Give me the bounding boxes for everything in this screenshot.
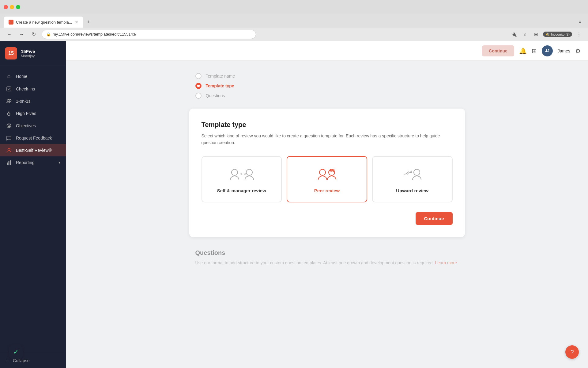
collapse-icon: ← bbox=[6, 358, 10, 363]
more-tabs-button[interactable]: ≡ bbox=[576, 17, 584, 26]
stepper: Template name Template type Questions bbox=[189, 73, 465, 99]
sidebar-item-objectives[interactable]: Objectives bbox=[0, 120, 66, 132]
sidebar-item-label: Request Feedback bbox=[16, 136, 52, 140]
help-button[interactable]: ? bbox=[565, 345, 579, 359]
notification-bell-icon[interactable]: 🔔 bbox=[519, 47, 527, 55]
lock-icon: 🔒 bbox=[46, 32, 51, 36]
best-self-review-icon bbox=[6, 148, 12, 153]
step-questions: Questions bbox=[195, 93, 465, 99]
incognito-badge: 🕵️ Incognito (2) bbox=[543, 32, 572, 37]
questions-section-description: Use our format to add structure to your … bbox=[195, 259, 465, 266]
sidebar-item-label: Home bbox=[16, 74, 27, 79]
card-footer: Continue bbox=[202, 212, 453, 225]
svg-rect-10 bbox=[10, 160, 11, 165]
sidebar-navigation: ⌂ Home Check-ins 1-on-1s High Fives bbox=[0, 66, 66, 353]
upward-review-icon bbox=[398, 165, 426, 184]
tab-favicon: 5 bbox=[9, 20, 13, 25]
tab-grid-button[interactable]: ⊞ bbox=[532, 30, 541, 39]
sidebar-item-best-self-review[interactable]: Best-Self Review® bbox=[0, 144, 66, 156]
collapse-label: Collapse bbox=[13, 358, 29, 363]
address-bar[interactable]: 🔒 my.15five.com/reviews/templates/edit/1… bbox=[42, 30, 256, 39]
maximize-window-button[interactable] bbox=[16, 5, 20, 9]
sidebar-item-label: Check-ins bbox=[16, 86, 35, 91]
grid-icon[interactable]: ⊞ bbox=[532, 47, 537, 55]
sidebar-item-label: 1-on-1s bbox=[16, 99, 30, 104]
review-option-peer[interactable]: Peer review bbox=[287, 156, 367, 202]
back-button[interactable]: ← bbox=[5, 30, 13, 39]
questions-section-title: Questions bbox=[195, 249, 465, 256]
continue-button-header[interactable]: Continue bbox=[482, 45, 514, 56]
active-tab[interactable]: 5 Create a new question templa... ✕ bbox=[4, 17, 83, 28]
checkins-icon bbox=[6, 86, 12, 92]
top-bar: Continue 🔔 ⊞ JJ James ⚙ bbox=[66, 41, 588, 61]
user-avatar[interactable]: JJ bbox=[542, 45, 553, 56]
reporting-chevron-icon: ▾ bbox=[58, 160, 60, 165]
sidebar-item-home[interactable]: ⌂ Home bbox=[0, 70, 66, 83]
card-description: Select which kind of review you would li… bbox=[202, 132, 453, 146]
topbar-actions: 🔔 ⊞ JJ James ⚙ bbox=[519, 45, 581, 56]
step-label-template-type: Template type bbox=[206, 83, 234, 88]
svg-point-13 bbox=[246, 169, 252, 175]
tab-close-button[interactable]: ✕ bbox=[75, 20, 78, 25]
svg-point-14 bbox=[319, 169, 326, 175]
wizard-container: Template name Template type Questions bbox=[189, 73, 465, 269]
url-text: my.15five.com/reviews/templates/edit/115… bbox=[53, 32, 136, 36]
peer-review-icon bbox=[313, 165, 341, 184]
request-feedback-icon bbox=[6, 135, 12, 141]
step-template-name: Template name bbox=[195, 73, 465, 79]
1on1s-icon bbox=[6, 98, 12, 104]
logo-icon: 15 bbox=[5, 47, 17, 59]
svg-rect-1 bbox=[7, 87, 11, 91]
forward-button[interactable]: → bbox=[17, 30, 26, 39]
review-option-self-manager[interactable]: < > Self & manager review bbox=[202, 156, 282, 202]
more-options-button[interactable]: ⋮ bbox=[575, 30, 583, 39]
sidebar: 15 15Five Moodjoy ⌂ Home Check-ins bbox=[0, 41, 66, 368]
card-title: Template type bbox=[202, 121, 453, 129]
svg-rect-9 bbox=[9, 161, 9, 165]
svg-point-6 bbox=[9, 125, 9, 126]
reload-button[interactable]: ↻ bbox=[29, 30, 38, 39]
sidebar-item-label: Objectives bbox=[16, 123, 36, 128]
sidebar-item-label: Best-Self Review® bbox=[16, 148, 52, 153]
high-fives-icon bbox=[6, 111, 12, 116]
window-controls bbox=[4, 5, 20, 9]
address-bar-row: ← → ↻ 🔒 my.15five.com/reviews/templates/… bbox=[0, 28, 588, 41]
collapse-button[interactable]: ← Collapse bbox=[6, 358, 60, 363]
sidebar-item-high-fives[interactable]: High Fives bbox=[0, 107, 66, 120]
learn-more-link[interactable]: Learn more bbox=[435, 260, 457, 265]
review-option-upward[interactable]: Upward review bbox=[372, 156, 453, 202]
minimize-window-button[interactable] bbox=[10, 5, 14, 9]
browser-action-buttons: 🔌 ☆ ⊞ 🕵️ Incognito (2) ⋮ bbox=[510, 30, 583, 39]
check-badge[interactable]: ✓ bbox=[9, 345, 23, 359]
step-circle-questions bbox=[195, 93, 202, 99]
svg-text:< >: < > bbox=[240, 171, 246, 176]
sidebar-item-1on1s[interactable]: 1-on-1s bbox=[0, 95, 66, 107]
logo-text: 15Five Moodjoy bbox=[21, 49, 35, 58]
sidebar-item-request-feedback[interactable]: Request Feedback bbox=[0, 132, 66, 144]
tab-bar: 5 Create a new question templa... ✕ + ≡ bbox=[0, 14, 588, 28]
self-manager-review-label: Self & manager review bbox=[217, 188, 266, 193]
review-options: < > Self & manager review bbox=[202, 156, 453, 202]
step-template-type: Template type bbox=[195, 83, 465, 89]
user-name: James bbox=[558, 48, 570, 53]
close-window-button[interactable] bbox=[4, 5, 8, 9]
sidebar-logo: 15 15Five Moodjoy bbox=[0, 41, 66, 66]
new-tab-button[interactable]: + bbox=[85, 18, 93, 26]
sidebar-item-label: High Fives bbox=[16, 111, 36, 116]
sidebar-item-label: Reporting bbox=[16, 160, 35, 165]
step-circle-template-name bbox=[195, 73, 202, 79]
upward-review-label: Upward review bbox=[396, 188, 428, 193]
page-content: Template name Template type Questions bbox=[66, 61, 588, 368]
objectives-icon bbox=[6, 123, 12, 128]
browser-top-bar bbox=[0, 0, 588, 14]
questions-section: Questions Use our format to add structur… bbox=[189, 243, 465, 269]
bookmark-button[interactable]: ☆ bbox=[521, 30, 530, 39]
settings-icon[interactable]: ⚙ bbox=[575, 47, 581, 55]
sidebar-item-checkins[interactable]: Check-ins bbox=[0, 83, 66, 95]
reporting-icon bbox=[6, 160, 12, 165]
sidebar-item-reporting[interactable]: Reporting ▾ bbox=[0, 156, 66, 169]
continue-button[interactable]: Continue bbox=[416, 212, 453, 225]
step-label-template-name: Template name bbox=[206, 74, 235, 79]
extensions-button[interactable]: 🔌 bbox=[510, 30, 518, 39]
step-circle-template-type bbox=[195, 83, 202, 89]
